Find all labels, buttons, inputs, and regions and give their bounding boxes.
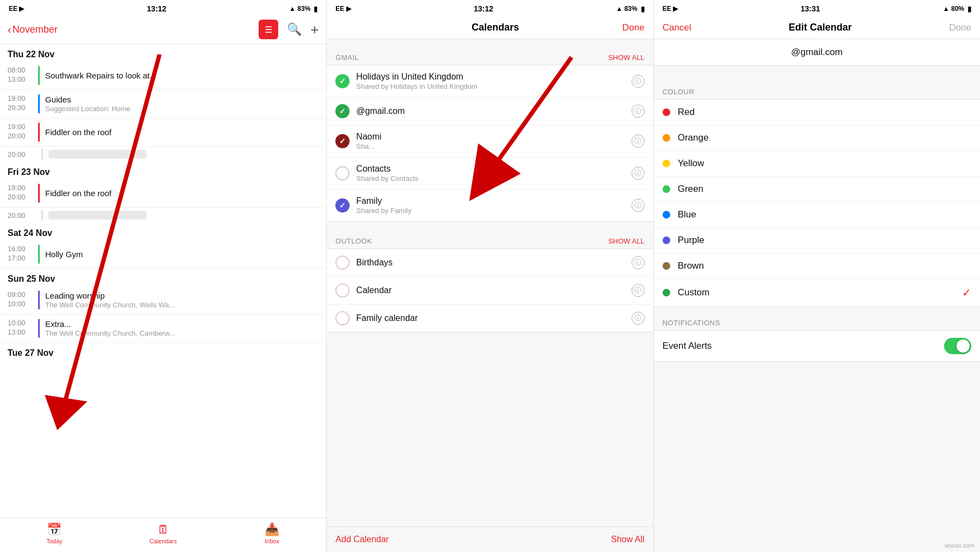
check-circle-naomi: ✓ — [335, 134, 350, 148]
list-item-contacts[interactable]: Contacts Shared by Contacts ⓘ — [327, 157, 653, 190]
event-worship[interactable]: 09:00 10:00 Leading worship The Well Com… — [0, 286, 326, 314]
signal-3: ▲ 80% — [943, 5, 964, 13]
checkmark-icon: ✓ — [339, 201, 346, 210]
colour-spacer — [654, 77, 980, 82]
show-all-button[interactable]: Show All — [611, 535, 644, 544]
colour-item-custom[interactable]: Custom ✓ — [654, 279, 980, 306]
colour-item-red[interactable]: Red — [654, 100, 980, 125]
event-bar — [38, 290, 40, 310]
colour-item-orange[interactable]: Orange — [654, 125, 980, 151]
info-button-calendar[interactable]: ⓘ — [632, 284, 645, 297]
today-icon: 📅 — [47, 523, 62, 537]
status-right-3: ▲ 80% ▮ — [943, 5, 971, 13]
brown-dot — [663, 262, 670, 270]
cal-item-info-naomi: Naomi Sha... — [356, 132, 624, 150]
section-spacer — [327, 222, 653, 232]
search-button[interactable]: 🔍 — [287, 22, 302, 37]
event-times: 09:00 10:00 — [8, 289, 36, 311]
status-bar-1: EE ▶ 13:12 ▲ 83% ▮ — [0, 0, 326, 16]
event-title: Leading worship — [45, 291, 175, 300]
event-fiddler-thu[interactable]: 19:00 20:00 Fiddler on the roof — [0, 118, 326, 147]
colour-item-brown[interactable]: Brown — [654, 253, 980, 279]
battery-3: ▮ — [967, 5, 971, 13]
event-southwark[interactable]: 08:00 13:00 Southwark Repairs to look at… — [0, 62, 326, 90]
info-button-contacts[interactable]: ⓘ — [632, 167, 645, 180]
colour-item-blue[interactable]: Blue — [654, 202, 980, 228]
calendar-header: ‹ November ☰ 🔍 + — [0, 16, 326, 44]
list-item-naomi[interactable]: ✓ Naomi Sha... ⓘ — [327, 125, 653, 157]
status-bar-3: EE ▶ 13:31 ▲ 80% ▮ — [654, 0, 980, 16]
add-calendar-button[interactable]: Add Calendar — [335, 535, 389, 544]
event-title: Fiddler on the roof — [45, 189, 112, 198]
cancel-button[interactable]: Cancel — [663, 22, 691, 33]
yellow-dot — [663, 160, 670, 167]
time-1: 13:12 — [147, 4, 167, 13]
tab-inbox-label: Inbox — [265, 538, 279, 544]
cal-item-sub: Shared by Family — [356, 207, 624, 215]
event-content: Fiddler on the roof — [45, 183, 112, 204]
event-content: Guides Suggested Location: Home — [45, 93, 131, 114]
cal-item-name: Calendar — [356, 286, 624, 295]
status-right-2: ▲ 83% ▮ — [616, 5, 644, 13]
event-bar — [38, 66, 40, 85]
event-times: 19:00 20:30 — [8, 93, 36, 114]
list-item-holidays[interactable]: ✓ Holidays in United Kingdom Shared by H… — [327, 65, 653, 98]
event-content: Southwark Repairs to look at... — [45, 65, 156, 86]
event-bar — [38, 94, 40, 113]
back-button[interactable]: ‹ November — [8, 23, 58, 36]
event-times: 16:00 17:00 — [8, 244, 36, 265]
event-guides[interactable]: 19:00 20:30 Guides Suggested Location: H… — [0, 90, 326, 118]
info-button-birthdays[interactable]: ⓘ — [632, 256, 645, 269]
info-button-gmail[interactable]: ⓘ — [632, 105, 645, 118]
notifications-section: Event Alerts — [654, 330, 980, 362]
tab-bar: 📅 Today 🗓 Calendars 📥 Inbox — [0, 518, 326, 552]
done-button[interactable]: Done — [622, 22, 645, 33]
cal-item-info-birthdays: Birthdays — [356, 258, 624, 268]
edit-done-button[interactable]: Done — [949, 22, 971, 33]
edit-calendar-panel: EE ▶ 13:31 ▲ 80% ▮ Cancel Edit Calendar … — [654, 0, 980, 552]
list-item-birthdays[interactable]: Birthdays ⓘ — [327, 249, 653, 277]
colour-item-green[interactable]: Green — [654, 177, 980, 202]
event-holly[interactable]: 16:00 17:00 Holly Gym — [0, 240, 326, 269]
outlook-section-header: OUTLOOK SHOW ALL — [327, 232, 653, 248]
check-circle-birthdays — [335, 256, 350, 270]
event-subtitle: The Well Community Church, Camberw... — [45, 329, 175, 337]
check-circle-calendar — [335, 283, 350, 298]
red-dot — [663, 108, 670, 116]
info-button-naomi[interactable]: ⓘ — [632, 135, 645, 148]
cal-item-sub: Sha... — [356, 142, 624, 150]
outlook-show-all[interactable]: SHOW ALL — [608, 237, 644, 245]
calendars-icon: 🗓 — [157, 523, 169, 537]
info-button-family-calendar[interactable]: ⓘ — [632, 312, 645, 325]
spacer-top — [327, 39, 653, 48]
list-item-gmail[interactable]: ✓ @gmail.com ⓘ — [327, 98, 653, 125]
gmail-show-all[interactable]: SHOW ALL — [608, 53, 644, 62]
event-alerts-toggle[interactable] — [944, 338, 971, 354]
event-fiddler-fri[interactable]: 19:00 20:00 Fiddler on the roof — [0, 179, 326, 208]
colour-item-yellow[interactable]: Yellow — [654, 151, 980, 177]
colour-item-purple[interactable]: Purple — [654, 228, 980, 253]
checkmark-icon: ✓ — [339, 137, 346, 145]
event-bar — [38, 245, 40, 264]
list-item-family-calendar[interactable]: Family calendar ⓘ — [327, 305, 653, 332]
list-item-calendar[interactable]: Calendar ⓘ — [327, 277, 653, 305]
status-left-3: EE ▶ — [663, 5, 678, 13]
status-right-1: ▲ 83% ▮ — [289, 5, 317, 13]
time-3: 13:31 — [800, 4, 820, 13]
menu-icon: ☰ — [265, 25, 272, 35]
tab-calendars[interactable]: 🗓 Calendars — [109, 523, 218, 544]
info-button-family[interactable]: ⓘ — [632, 199, 645, 212]
tab-today[interactable]: 📅 Today — [0, 523, 109, 544]
tab-inbox[interactable]: 📥 Inbox — [218, 523, 327, 544]
cal-item-sub: Shared by Holidays in United Kingdom — [356, 82, 624, 90]
list-item-family[interactable]: ✓ Family Shared by Family ⓘ — [327, 190, 653, 221]
add-event-button[interactable]: + — [310, 21, 318, 38]
status-left-2: EE ▶ — [335, 5, 351, 13]
colour-name-red: Red — [678, 107, 971, 118]
back-arrow-icon: ‹ — [8, 23, 11, 36]
info-button-holidays[interactable]: ⓘ — [632, 75, 645, 88]
tab-calendars-label: Calendars — [150, 538, 177, 544]
event-alerts-item: Event Alerts — [654, 331, 980, 361]
event-extra[interactable]: 10:00 13:00 Extra... The Well Community … — [0, 314, 326, 343]
menu-button[interactable]: ☰ — [259, 20, 278, 39]
